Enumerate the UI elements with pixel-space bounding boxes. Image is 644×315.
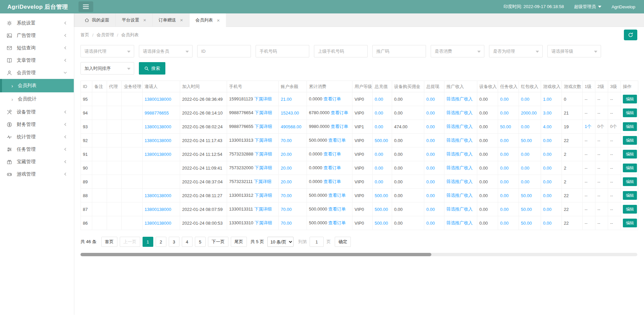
cell-balance-link[interactable]: 20.00 — [281, 179, 292, 184]
edit-button[interactable]: 编辑 — [623, 150, 637, 159]
sidebar-item-task-management[interactable]: 任务管理 — [0, 143, 74, 155]
cell-game_income-link[interactable]: 3.00 — [543, 110, 551, 116]
cell-task_income-link[interactable]: 0.00 — [500, 97, 508, 102]
sidebar-subitem-member-stats[interactable]: ›会员统计 — [0, 92, 74, 106]
cell-inviter-link[interactable]: 9988776655 — [145, 110, 169, 116]
close-icon[interactable]: × — [180, 17, 183, 22]
cell-inviter-link[interactable]: 13800138000 — [145, 138, 171, 143]
sidebar-item-sms-query[interactable]: 短信查询 — [0, 42, 74, 54]
menu-toggle-button[interactable] — [78, 1, 93, 12]
page-button-5[interactable]: 5 — [195, 237, 206, 247]
cell-balance-link[interactable]: 21.00 — [281, 97, 292, 102]
cell-redpacket_income-link[interactable]: 50.00 — [521, 221, 532, 226]
view-order-link[interactable]: 查看订单 — [328, 138, 346, 143]
cell-recharge-link[interactable]: 0.00 — [375, 124, 383, 129]
cell-withdraw-link[interactable]: 0.00 — [426, 193, 435, 198]
cell-game_income-link[interactable]: 1.00 — [543, 97, 551, 102]
scrollbar-thumb[interactable] — [80, 253, 431, 256]
promo-income-link[interactable]: 筛选推广收入 — [446, 124, 473, 129]
cell-recharge-link[interactable]: 0.00 — [375, 97, 383, 102]
page-button-2[interactable]: 2 — [156, 237, 166, 247]
view-order-link[interactable]: 查看订单 — [331, 124, 348, 129]
agent-select[interactable]: 请选择代理 — [80, 45, 134, 57]
cell-recharge-link[interactable]: 500.00 — [375, 193, 388, 198]
cell-recharge-link[interactable]: 0.00 — [375, 166, 383, 171]
cell-task_income-link[interactable]: 0.00 — [500, 152, 508, 157]
cell-withdraw-link[interactable]: 0.00 — [426, 152, 435, 157]
cell-withdraw-link[interactable]: 0.00 — [426, 124, 435, 129]
cell-task_income-link[interactable]: 0.00 — [500, 207, 508, 212]
promo-income-link[interactable]: 筛选推广收入 — [446, 179, 473, 184]
sidebar-item-device-management[interactable]: 设备管理 — [0, 106, 74, 118]
cell-withdraw-link[interactable]: 0.00 — [426, 179, 435, 184]
id-input[interactable] — [197, 45, 251, 57]
cell-recharge-link[interactable]: 0.00 — [375, 179, 383, 184]
cell-redpacket_income-link[interactable]: 0.00 — [521, 179, 529, 184]
cell-balance-link[interactable]: 490568.00 — [281, 124, 301, 129]
cell-recharge-link[interactable]: 500.00 — [375, 207, 388, 212]
manager-select[interactable]: 是否为经理 — [489, 45, 543, 57]
next-page-button[interactable]: 下一页 — [208, 237, 228, 247]
page-button-3[interactable]: 3 — [169, 237, 179, 247]
tab-order-gift[interactable]: 订单赠送× — [153, 13, 190, 27]
cell-inviter-link[interactable]: 13800138000 — [145, 221, 171, 226]
tab-member-list[interactable]: 会员列表× — [190, 13, 226, 27]
cell-redpacket_income-link[interactable]: 50.00 — [521, 138, 532, 143]
sidebar-item-member-management[interactable]: 会员管理 — [0, 66, 74, 79]
sub-detail-link[interactable]: 下属详细 — [255, 124, 272, 129]
sidebar-item-finance-management[interactable]: 财务管理 — [0, 118, 74, 131]
sidebar-subitem-member-list[interactable]: ›会员列表 — [0, 79, 74, 92]
cell-balance-link[interactable]: 70.00 — [281, 207, 292, 212]
cell-inviter-link[interactable]: 13800138000 — [145, 152, 171, 157]
promo-income-link[interactable]: 筛选推广收入 — [446, 193, 473, 198]
cell-balance-link[interactable]: 15243.00 — [281, 110, 299, 116]
cell-game_income-link[interactable]: 0.00 — [543, 207, 551, 212]
cell-recharge-link[interactable]: 0.00 — [375, 152, 383, 157]
promo-income-link[interactable]: 筛选推广收入 — [446, 138, 473, 143]
sidebar-item-game-management[interactable]: 游戏管理 — [0, 168, 74, 180]
sort-select[interactable]: 加入时间排序 — [80, 62, 134, 75]
cell-game_income-link[interactable]: 0.00 — [543, 152, 551, 157]
page-button-1[interactable]: 1 — [143, 237, 153, 247]
breadcrumb-item[interactable]: 会员管理 — [97, 32, 114, 38]
promo-income-link[interactable]: 筛选推广收入 — [446, 110, 473, 115]
promo-income-link[interactable]: 筛选推广收入 — [446, 207, 473, 212]
cell-game_income-link[interactable]: 0.00 — [543, 166, 551, 171]
edit-button[interactable]: 编辑 — [623, 219, 637, 227]
cell-redpacket_income-link[interactable]: 0.00 — [521, 124, 529, 129]
edit-button[interactable]: 编辑 — [623, 205, 637, 214]
cell-task_income-link[interactable]: 0.00 — [500, 166, 508, 171]
sub-detail-link[interactable]: 下属详细 — [254, 207, 272, 212]
cell-task_income-link[interactable]: 0.00 — [500, 138, 508, 143]
first-page-button[interactable]: 首页 — [101, 237, 117, 247]
phone-input[interactable] — [256, 45, 309, 57]
cell-redpacket_income-link[interactable]: 0.00 — [521, 152, 529, 157]
search-button[interactable]: 搜索 — [139, 62, 165, 75]
consume-select[interactable]: 是否消费 — [431, 45, 484, 57]
breadcrumb-item[interactable]: 会员列表 — [121, 32, 139, 38]
edit-button[interactable]: 编辑 — [623, 164, 637, 172]
close-icon[interactable]: × — [143, 17, 146, 22]
view-order-link[interactable]: 查看订单 — [323, 151, 341, 156]
page-button-4[interactable]: 4 — [182, 237, 193, 247]
view-order-link[interactable]: 查看订单 — [323, 179, 341, 184]
cell-game_income-link[interactable]: 0.00 — [543, 193, 551, 198]
cell-withdraw-link[interactable]: 0.00 — [426, 166, 435, 171]
cell-game_income-link[interactable]: 0.00 — [543, 221, 551, 226]
cell-game_income-link[interactable]: 0.00 — [543, 179, 551, 184]
sidebar-item-stats-management[interactable]: 统计管理 — [0, 131, 74, 143]
promo-code-input[interactable] — [372, 45, 426, 57]
cell-redpacket_income-link[interactable]: 50.00 — [521, 193, 532, 198]
cell-task_income-link[interactable]: 0.00 — [500, 221, 508, 226]
edit-button[interactable]: 编辑 — [623, 136, 637, 145]
sidebar-item-system-settings[interactable]: 系统设置 — [0, 17, 74, 29]
cell-game_income-link[interactable]: 4.00 — [543, 124, 551, 129]
edit-button[interactable]: 编辑 — [623, 177, 637, 186]
sub-detail-link[interactable]: 下属详细 — [255, 110, 272, 115]
cell-withdraw-link[interactable]: 0.00 — [426, 110, 435, 116]
cell-recharge-link[interactable]: 500.00 — [375, 221, 388, 226]
breadcrumb-item[interactable]: 首页 — [80, 32, 89, 38]
cell-balance-link[interactable]: 70.00 — [281, 193, 292, 198]
cell-recharge-link[interactable]: 500.00 — [375, 138, 388, 143]
tab-my-desktop[interactable]: 我的桌面 — [78, 13, 116, 27]
